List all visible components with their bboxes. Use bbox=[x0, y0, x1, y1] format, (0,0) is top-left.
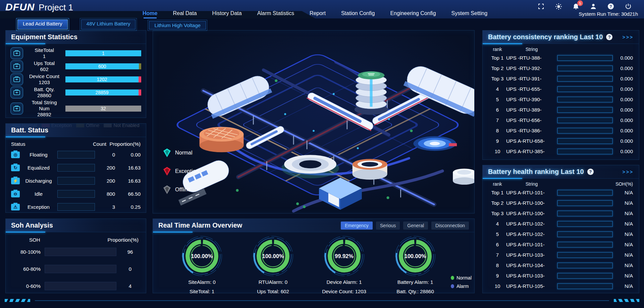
table-row: Top 2 UPS -RTU-392- 0.000 bbox=[483, 63, 639, 73]
alarm-legend-item: Alarm bbox=[451, 284, 472, 289]
gauge-total-label: Batt. Qty.: 28860 bbox=[396, 287, 434, 296]
status-bar-track bbox=[57, 190, 95, 198]
ranking-value: N/A bbox=[613, 200, 633, 206]
column-header-count: Count bbox=[89, 141, 106, 147]
equipment-row-icon bbox=[10, 60, 23, 72]
nav-item[interactable]: Report bbox=[310, 10, 326, 18]
ranking-bar-track bbox=[557, 97, 613, 103]
user-icon[interactable] bbox=[590, 3, 597, 10]
nav-item[interactable]: Home bbox=[143, 10, 157, 18]
alarm-legend-label: Normal bbox=[457, 275, 472, 281]
ranking-value: 0.000 bbox=[613, 138, 633, 144]
table-row: 8 UPS -RTU-386- 0.000 bbox=[483, 125, 639, 136]
alarm-tab[interactable]: Disconnection bbox=[431, 222, 469, 230]
footer-ornament-right bbox=[614, 299, 639, 302]
help-icon[interactable]: ? bbox=[607, 3, 614, 10]
nav-item[interactable]: Real Data bbox=[173, 10, 197, 18]
help-icon[interactable]: ? bbox=[606, 34, 612, 40]
tab-48v-lithium-battery[interactable]: 48V Lithium Battery bbox=[81, 19, 136, 29]
soh-bar-track bbox=[45, 248, 116, 256]
status-label: Equalized bbox=[23, 165, 54, 171]
ranking-bar-track bbox=[557, 200, 613, 206]
bar-tail-segment bbox=[139, 63, 141, 69]
map-legend-item: Normal bbox=[163, 148, 199, 158]
soh-analysis-panel: Soh Analysis SOH Proportion(%) 80-100% 9… bbox=[5, 219, 146, 293]
fullscreen-icon[interactable] bbox=[537, 3, 545, 10]
project-title: Project 1 bbox=[39, 2, 73, 13]
map-marker-icon bbox=[163, 185, 171, 194]
table-row: Top 1 UPS A-RTU-101- N/A bbox=[483, 187, 639, 198]
panel-header: Battery health ranking Last 10 ? >>> bbox=[483, 165, 639, 179]
map-legend-item: Exception bbox=[163, 167, 199, 176]
table-row: 10 UPS A-RTU-105- N/A bbox=[483, 281, 639, 291]
panel-header: Battery consistency ranking Last 10 ? >>… bbox=[483, 30, 639, 44]
ranking-column-headers: rank String SOH(%) bbox=[483, 179, 639, 187]
column-header-soh: SOH bbox=[29, 237, 40, 243]
equipment-row-bar: 1 bbox=[65, 50, 141, 56]
system-run-time: System Run Time: 30d21h bbox=[579, 11, 638, 17]
brightness-icon[interactable] bbox=[555, 3, 562, 10]
ranking-value: N/A bbox=[613, 231, 633, 237]
footer-line bbox=[35, 300, 609, 301]
gauge-ring: 99.92% bbox=[323, 235, 365, 277]
equipment-row-bar: 600 bbox=[65, 63, 141, 69]
map-legend-label: Normal bbox=[175, 150, 193, 156]
map-marker-icon bbox=[163, 148, 171, 158]
nav-item[interactable]: Engineering Config bbox=[390, 10, 436, 18]
map-legend-label: Exception bbox=[175, 168, 199, 174]
nav-item[interactable]: Alarm Statistics bbox=[257, 10, 294, 18]
nav-item[interactable]: Station Config bbox=[341, 10, 375, 18]
rank-label: 8 bbox=[489, 128, 506, 133]
equipment-row: Batt. Qty.28860 28859 bbox=[10, 86, 141, 99]
notifications-bell-icon[interactable]: 5 bbox=[572, 3, 580, 10]
equipment-row: Ups Total602 600 bbox=[10, 60, 141, 72]
table-row: 7 UPS -RTU-656- 0.000 bbox=[483, 115, 639, 125]
gauge-alarm-label: Battery Alarm: 1 bbox=[397, 278, 433, 287]
tab-lead-acid-battery[interactable]: Lead Acid Battery bbox=[17, 19, 68, 29]
power-icon[interactable] bbox=[625, 3, 632, 10]
column-header-rank: rank bbox=[489, 181, 506, 187]
svg-text:100.00%: 100.00% bbox=[191, 253, 213, 259]
column-header-rank: rank bbox=[489, 47, 506, 52]
equipment-row-bar: 28859 bbox=[65, 89, 141, 96]
soh-bar-track bbox=[45, 265, 116, 273]
table-row: Top 1 UPS -RTU-388- 0.000 bbox=[483, 53, 639, 63]
column-header-string: String bbox=[506, 47, 557, 52]
gauge-ring: 100.00% bbox=[181, 235, 223, 277]
table-row: Top 3 UPS -RTU-391- 0.000 bbox=[483, 73, 639, 84]
battery-health-ranking-panel: Battery health ranking Last 10 ? >>> ran… bbox=[482, 165, 639, 293]
soh-column-headers: SOH Proportion(%) bbox=[6, 232, 146, 243]
gauge-total-label: Device Count: 1203 bbox=[322, 287, 366, 296]
ranking-bar-track bbox=[557, 273, 613, 279]
table-row: Top 2 UPS A-RTU-100- N/A bbox=[483, 198, 639, 208]
alarm-tab[interactable]: Serious bbox=[376, 222, 400, 230]
alarm-tab[interactable]: Emergency bbox=[341, 222, 373, 230]
nav-item[interactable]: History Data bbox=[212, 10, 242, 18]
consistency-ranking-rows: Top 1 UPS -RTU-388- 0.000 Top 2 UPS -RTU… bbox=[483, 53, 639, 157]
ranking-value: 0.000 bbox=[613, 97, 633, 102]
panel-title: Real Time Alarm Overview bbox=[158, 222, 242, 229]
column-header-status: Status bbox=[11, 141, 89, 147]
ranking-bar-track bbox=[557, 55, 613, 61]
help-icon[interactable]: ? bbox=[587, 169, 594, 175]
nav-item[interactable]: System Setting bbox=[451, 10, 488, 18]
table-row: Top 3 UPS A-RTU-100- N/A bbox=[483, 208, 639, 219]
status-count: 800 bbox=[98, 191, 115, 197]
tab-lithium-high-voltage[interactable]: Lithium High Voltage bbox=[149, 21, 206, 29]
string-name: UPS A-RTU-100- bbox=[506, 210, 557, 216]
status-bar-track bbox=[57, 177, 95, 185]
panel-header: Batt. Status bbox=[6, 124, 146, 137]
more-link[interactable]: >>> bbox=[622, 35, 634, 40]
equipment-rows: SiteTotal1 1 Ups Total602 600 bbox=[6, 44, 146, 121]
soh-rows: 80-100% 96 60-80% 0 0-60% 4 bbox=[6, 243, 146, 295]
status-bar-track bbox=[57, 151, 95, 159]
more-link[interactable]: >>> bbox=[622, 169, 634, 175]
rank-label: Top 2 bbox=[489, 65, 506, 71]
alarm-tab[interactable]: General bbox=[403, 222, 428, 230]
equipment-row-icon bbox=[10, 103, 23, 115]
table-row: 6 UPS -RTU-389- 0.000 bbox=[483, 105, 639, 115]
ranking-value: 0.000 bbox=[613, 107, 633, 113]
svg-text:100.00%: 100.00% bbox=[262, 253, 284, 259]
string-name: UPS -RTU-391- bbox=[506, 76, 557, 81]
ranking-value: N/A bbox=[613, 273, 633, 279]
